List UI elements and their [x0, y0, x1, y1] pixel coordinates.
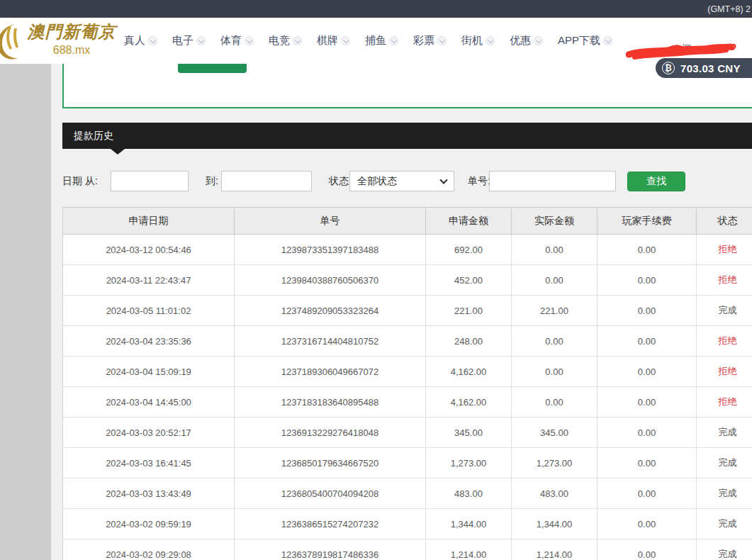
chevron-down-icon [486, 36, 495, 45]
chevron-down-icon [196, 36, 206, 45]
date-to-label: 到: [206, 175, 218, 188]
cell-status: 拒绝 [697, 235, 752, 265]
cell-actual: 1,344.00 [512, 509, 597, 539]
search-button[interactable]: 查找 [627, 172, 685, 191]
cell-actual: 1,273.00 [512, 448, 597, 478]
header: 澳門新葡京 688.mx 真人 电子 体育 电竞 棋牌 捕鱼 彩票 街机 优惠 … [0, 18, 752, 64]
cell-order: 1236386515274207232 [235, 509, 426, 539]
chevron-down-icon [293, 36, 302, 45]
cell-date: 2024-03-03 16:41:45 [63, 448, 235, 478]
cell-order: 1239873351397183488 [235, 235, 426, 265]
nav-item-esports[interactable]: 电竞 [269, 34, 302, 47]
brand-domain: 688.mx [23, 44, 120, 57]
nav-item-fishing[interactable]: 捕鱼 [365, 34, 398, 47]
cell-amount: 452.00 [426, 265, 512, 296]
table-row: 2024-03-02 09:59:19 1236386515274207232 … [63, 509, 752, 539]
brand-logo[interactable]: 澳門新葡京 688.mx [23, 21, 120, 57]
cell-fee: 0.00 [597, 357, 697, 387]
cell-date: 2024-03-03 13:43:49 [63, 478, 235, 509]
cell-amount: 1,344.00 [426, 509, 512, 539]
cell-date: 2024-03-02 09:59:19 [63, 509, 235, 539]
cell-status: 完成 [697, 296, 752, 326]
cell-actual: 1,214.00 [512, 539, 597, 560]
chevron-down-icon [389, 36, 398, 45]
cell-actual: 0.00 [512, 357, 597, 387]
date-from-label: 日期 从: [62, 175, 98, 188]
table-row: 2024-03-04 23:35:36 1237316714404810752 … [63, 326, 752, 357]
col-header-actual: 实际金额 [512, 208, 597, 235]
cell-amount: 692.00 [426, 235, 512, 265]
cell-status: 拒绝 [697, 265, 752, 296]
cell-fee: 0.00 [597, 509, 697, 539]
nav-item-live[interactable]: 真人 [124, 34, 157, 47]
cell-order: 1239840388760506370 [235, 265, 426, 296]
cell-fee: 0.00 [597, 478, 697, 509]
cell-status: 完成 [697, 539, 752, 560]
nav-item-arcade[interactable]: 街机 [461, 34, 495, 47]
cell-actual: 483.00 [512, 478, 597, 509]
order-input[interactable] [489, 171, 616, 191]
cell-fee: 0.00 [597, 265, 697, 296]
table-row: 2024-03-11 22:43:47 1239840388760506370 … [63, 265, 752, 296]
cell-date: 2024-03-03 20:52:17 [63, 418, 235, 448]
section-arrow [111, 149, 125, 155]
section-title-bar: 提款历史 [62, 123, 752, 149]
nav-item-app-download[interactable]: APP下载 [558, 34, 612, 47]
cell-status: 完成 [697, 478, 752, 509]
cell-amount: 483.00 [426, 478, 512, 509]
chevron-down-icon [245, 36, 254, 45]
cell-order: 1237316714404810752 [235, 326, 426, 357]
table-header-row: 申请日期 单号 申请金额 实际金额 玩家手续费 状态 [63, 208, 752, 235]
main-nav: 真人 电子 体育 电竞 棋牌 捕鱼 彩票 街机 优惠 APP下载 [124, 18, 612, 64]
cell-status: 完成 [697, 418, 752, 448]
cell-date: 2024-03-04 15:09:19 [63, 357, 235, 387]
cell-amount: 221.00 [426, 296, 512, 326]
cell-date: 2024-03-04 23:35:36 [63, 326, 235, 357]
nav-item-promo[interactable]: 优惠 [510, 34, 543, 47]
cell-actual: 0.00 [512, 387, 597, 418]
nav-item-chess[interactable]: 棋牌 [317, 34, 350, 47]
cell-fee: 0.00 [597, 418, 697, 448]
date-from-input[interactable] [111, 171, 189, 191]
table-row: 2024-03-04 15:09:19 1237189306049667072 … [63, 357, 752, 387]
date-to-input[interactable] [221, 171, 312, 191]
balance-pill[interactable]: ₿ 703.03 CNY [656, 58, 752, 78]
cell-status: 拒绝 [697, 326, 752, 357]
col-header-fee: 玩家手续费 [597, 208, 697, 235]
cell-amount: 4,162.00 [426, 387, 512, 418]
nav-item-lottery[interactable]: 彩票 [413, 34, 447, 47]
cell-actual: 221.00 [512, 296, 597, 326]
cell-amount: 345.00 [426, 418, 512, 448]
table-row: 2024-03-12 00:54:46 1239873351397183488 … [63, 235, 752, 265]
table-row: 2024-03-03 16:41:45 1236850179634667520 … [63, 448, 752, 478]
nav-item-sports[interactable]: 体育 [220, 34, 254, 47]
table-row: 2024-03-03 20:52:17 1236913229276418048 … [63, 418, 752, 448]
cell-order: 1236913229276418048 [235, 418, 426, 448]
chevron-down-icon [148, 36, 157, 45]
col-header-order: 单号 [235, 208, 426, 235]
cell-order: 1236850179634667520 [235, 448, 426, 478]
cell-status: 拒绝 [697, 357, 752, 387]
cell-amount: 1,214.00 [426, 539, 512, 560]
cell-date: 2024-03-11 22:43:47 [63, 265, 235, 296]
balance-amount: 703.03 CNY [680, 62, 741, 74]
cell-status: 完成 [697, 509, 752, 539]
brand-title: 澳門新葡京 [23, 21, 120, 43]
cell-amount: 248.00 [426, 326, 512, 357]
nav-item-slots[interactable]: 电子 [172, 34, 206, 47]
cell-amount: 1,273.00 [426, 448, 512, 478]
chevron-down-icon [603, 36, 612, 45]
table-row: 2024-03-05 11:01:02 1237489209053323264 … [63, 296, 752, 326]
cell-fee: 0.00 [597, 235, 697, 265]
page: (GMT+8) 2 澳門新葡京 688.mx 真人 电子 体育 电竞 棋牌 捕鱼… [0, 0, 752, 560]
table-row: 2024-03-03 13:43:49 1236805400704094208 … [63, 478, 752, 509]
status-select[interactable]: 全部状态 [349, 171, 454, 191]
cell-fee: 0.00 [597, 539, 697, 560]
chevron-down-icon [439, 176, 447, 184]
table-body: 2024-03-12 00:54:46 1239873351397183488 … [63, 235, 752, 560]
topbar: (GMT+8) 2 [0, 0, 752, 18]
chevron-down-icon [534, 36, 543, 45]
cell-order: 1236805400704094208 [235, 478, 426, 509]
cell-fee: 0.00 [597, 387, 697, 418]
cell-order: 1237189306049667072 [235, 357, 426, 387]
